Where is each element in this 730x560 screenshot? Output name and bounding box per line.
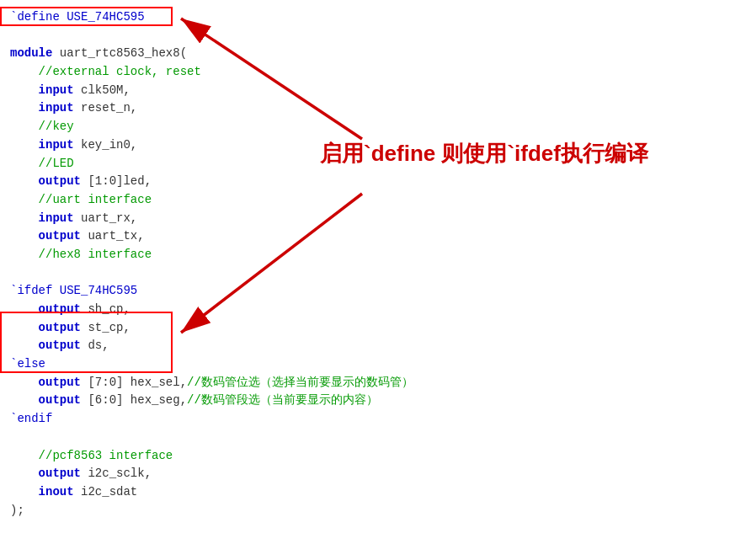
kw-output-sclk: output [39, 467, 81, 480]
line-comment-hex8: //hex8 interface [10, 246, 720, 264]
endif-macro: `endif [10, 412, 52, 425]
line-else: `else [10, 355, 720, 374]
kw-output-uart-tx: output [39, 229, 81, 243]
val-key: key_in0, [74, 138, 138, 152]
val-shcp: sh_cp, [81, 302, 131, 316]
code-editor: `define USE_74HC595 module uart_rtc8563_… [0, 0, 730, 560]
val-uart-tx: uart_tx, [81, 229, 145, 243]
close-paren: ); [10, 504, 24, 517]
line-output-led: output [1:0]led, [10, 173, 720, 191]
line-comment-clk: //external clock, reset [10, 63, 720, 82]
line-output-ds: output ds, [10, 337, 720, 355]
ifdef-macro: `ifdef USE_74HC595 [10, 284, 137, 297]
line-blank3 [10, 429, 720, 447]
kw-inout-sdat: inout [39, 485, 74, 499]
val-sdat: i2c_sdat [74, 485, 138, 499]
comment-hex8: //hex8 interface [10, 248, 152, 261]
line-input-clk: input clk50M, [10, 82, 720, 100]
else-macro: `else [10, 357, 45, 371]
kw-output-led: output [39, 174, 81, 188]
define-macro: `define USE_74HC595 [10, 10, 145, 24]
line-define: `define USE_74HC595 [10, 8, 720, 27]
kw-module: module [10, 46, 52, 60]
val-clk: clk50M, [74, 83, 131, 97]
module-name: uart_rtc8563_hex8( [52, 46, 187, 60]
kw-input-uart-rx: input [39, 211, 74, 225]
line-inout-sdat: inout i2c_sdat [10, 483, 720, 502]
line-module: module uart_rtc8563_hex8( [10, 45, 720, 63]
kw-input-key: input [39, 138, 74, 152]
line-blank2 [10, 264, 720, 283]
comment-pcf: //pcf8563 interface [10, 449, 173, 462]
kw-output-stcp: output [39, 321, 81, 334]
val-uart-rx: uart_rx, [74, 211, 138, 225]
line-endif: `endif [10, 410, 720, 429]
line-blank1 [10, 27, 720, 45]
comment-uart: //uart interface [10, 193, 152, 206]
line-output-uart-tx: output uart_tx, [10, 227, 720, 246]
comment-clk: //external clock, reset [10, 65, 201, 78]
annotation-text: 启用`define 则使用`ifdef执行编译 [320, 139, 648, 168]
kw-output-hex-seg: output [39, 393, 81, 407]
kw-output-shcp: output [39, 302, 81, 316]
kw-output-ds: output [39, 339, 81, 352]
line-close: ); [10, 502, 720, 520]
line-output-sclk: output i2c_sclk, [10, 465, 720, 483]
kw-output-hex-sel: output [39, 376, 81, 389]
comment-hex-seg: //数码管段选（当前要显示的内容） [187, 393, 378, 407]
val-stcp: st_cp, [81, 321, 131, 334]
val-reset: reset_n, [74, 101, 138, 115]
kw-input-clk: input [39, 83, 74, 97]
line-output-shcp: output sh_cp, [10, 301, 720, 319]
comment-hex-sel: //数码管位选（选择当前要显示的数码管） [187, 376, 413, 389]
val-sclk: i2c_sclk, [81, 467, 152, 480]
comment-key: //key [10, 120, 74, 133]
line-output-hex-seg: output [6:0] hex_seg,//数码管段选（当前要显示的内容） [10, 392, 720, 410]
line-comment-uart: //uart interface [10, 191, 720, 210]
val-hex-seg: [6:0] hex_seg, [81, 393, 187, 407]
val-hex-sel: [7:0] hex_sel, [81, 376, 187, 389]
line-input-uart-rx: input uart_rx, [10, 210, 720, 228]
val-led: [1:0]led, [81, 174, 152, 188]
line-comment-key: //key [10, 118, 720, 136]
kw-input-reset: input [39, 101, 74, 115]
line-output-hex-sel: output [7:0] hex_sel,//数码管位选（选择当前要显示的数码管… [10, 374, 720, 392]
line-comment-pcf: //pcf8563 interface [10, 447, 720, 466]
line-ifdef: `ifdef USE_74HC595 [10, 282, 720, 301]
val-ds: ds, [81, 339, 109, 352]
line-output-stcp: output st_cp, [10, 319, 720, 338]
comment-led: //LED [10, 157, 74, 170]
line-input-reset: input reset_n, [10, 99, 720, 118]
